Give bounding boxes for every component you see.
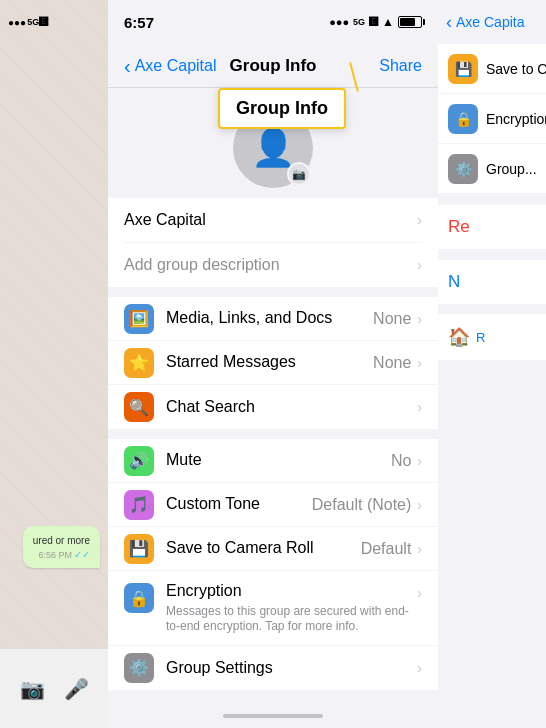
- group-description-text: Add group description: [124, 256, 280, 274]
- search-label: Chat Search: [166, 397, 417, 418]
- encryption-icon-glyph: 🔒: [129, 589, 149, 608]
- status-icons: ●●● 5G 🅴 ▲: [329, 15, 422, 29]
- battery-indicator: [398, 16, 422, 28]
- group-settings-icon-glyph: ⚙️: [129, 658, 149, 677]
- right-encryption-content: Encryption end encr...: [486, 110, 546, 128]
- right-group-settings-item[interactable]: ⚙️ Group...: [438, 144, 546, 194]
- starred-value: None: [373, 354, 411, 372]
- bottom-right-text: R: [476, 330, 485, 345]
- encryption-content: Encryption Messages to this group are se…: [166, 581, 417, 635]
- right-save-icon-glyph: 💾: [455, 61, 472, 77]
- camera-roll-content: Save to Camera Roll: [166, 538, 361, 559]
- encryption-chevron: ›: [417, 585, 422, 601]
- back-arrow-icon: ‹: [124, 56, 131, 76]
- right-group-settings-icon: ⚙️: [448, 154, 478, 184]
- red-action-section: Re: [438, 204, 546, 250]
- group-name-chevron: ›: [417, 212, 422, 228]
- blue-action-text[interactable]: N: [448, 272, 460, 291]
- mute-item[interactable]: 🔊 Mute No ›: [108, 439, 438, 483]
- right-encryption-label: Encryption: [486, 111, 546, 127]
- right-list-section: 💾 Save to Camera Roll 🔒 Encryption end e…: [438, 44, 546, 194]
- starred-item[interactable]: ⭐ Starred Messages None ›: [108, 341, 438, 385]
- right-save-camera-item[interactable]: 💾 Save to Camera Roll: [438, 44, 546, 94]
- status-bar: 6:57 ●●● 5G 🅴 ▲: [108, 0, 438, 44]
- nav-title: Group Info: [230, 56, 317, 76]
- right-save-icon: 💾: [448, 54, 478, 84]
- blue-action-section: N: [438, 260, 546, 304]
- home-indicator-bar: [223, 714, 323, 718]
- right-group-settings-label: Group...: [486, 161, 537, 177]
- camera-small-icon: 📷: [292, 168, 306, 181]
- group-settings-label: Group Settings: [166, 658, 417, 679]
- nav-bar: ‹ Axe Capital Group Info Share: [108, 44, 438, 88]
- camera-roll-icon: 💾: [124, 534, 154, 564]
- media-section: 🖼️ Media, Links, and Docs None › ⭐ Starr…: [108, 297, 438, 429]
- right-group-settings-icon-glyph: ⚙️: [455, 161, 472, 177]
- signal-left: ●●●: [8, 17, 26, 28]
- media-icon-glyph: 🖼️: [129, 309, 149, 328]
- home-indicator: [108, 704, 438, 728]
- bottom-bar-left: 📷 🎤: [0, 648, 108, 728]
- camera-badge[interactable]: 📷: [287, 162, 311, 186]
- right-status-bar: ‹ Axe Capita: [438, 0, 546, 44]
- media-value: None: [373, 310, 411, 328]
- group-description-item[interactable]: Add group description ›: [108, 243, 438, 287]
- right-save-label: Save to Camera Roll: [486, 61, 546, 77]
- mute-icon: 🔊: [124, 446, 154, 476]
- mute-value: No: [391, 452, 411, 470]
- share-button[interactable]: Share: [379, 57, 422, 75]
- group-info-section: Axe Capital › Add group description ›: [108, 198, 438, 287]
- group-settings-icon: ⚙️: [124, 653, 154, 683]
- search-chevron: ›: [417, 399, 422, 415]
- media-item[interactable]: 🖼️ Media, Links, and Docs None ›: [108, 297, 438, 341]
- search-content: Chat Search: [166, 397, 417, 418]
- camera-roll-label: Save to Camera Roll: [166, 538, 361, 559]
- right-back-arrow-icon: ‹: [446, 12, 452, 33]
- network-badge: 🅴: [369, 17, 378, 27]
- encryption-sublabel: Messages to this group are secured with …: [166, 604, 417, 635]
- media-chevron: ›: [417, 311, 422, 327]
- chat-message-text: ured or more: [33, 534, 90, 547]
- camera-roll-item[interactable]: 💾 Save to Camera Roll Default ›: [108, 527, 438, 571]
- search-icon: 🔍: [124, 392, 154, 422]
- chat-time: 6:56 PM ✓✓: [33, 549, 90, 560]
- annotation-box: Group Info: [218, 88, 346, 129]
- annotation-text: Group Info: [236, 98, 328, 118]
- media-label: Media, Links, and Docs: [166, 308, 373, 329]
- camera-roll-value: Default: [361, 540, 412, 558]
- starred-label: Starred Messages: [166, 352, 373, 373]
- group-settings-chevron: ›: [417, 660, 422, 676]
- notifications-section: 🔊 Mute No › 🎵 Custom Tone Default (Note)…: [108, 439, 438, 690]
- group-settings-content: Group Settings: [166, 658, 417, 679]
- avatar-icon: 👤: [251, 127, 296, 169]
- tone-label: Custom Tone: [166, 494, 312, 515]
- encryption-item[interactable]: 🔒 Encryption Messages to this group are …: [108, 571, 438, 646]
- content-area: 👤 📷 Axe Capital › Add group description …: [108, 88, 438, 704]
- camera-icon-bottom[interactable]: 📷: [20, 677, 45, 701]
- status-time: 6:57: [124, 14, 154, 31]
- mic-icon-bottom[interactable]: 🎤: [64, 677, 89, 701]
- back-button[interactable]: ‹ Axe Capital: [124, 56, 217, 76]
- group-settings-item[interactable]: ⚙️ Group Settings ›: [108, 646, 438, 690]
- status-bar-left: ●●● 5G🅴: [0, 0, 108, 44]
- tone-item[interactable]: 🎵 Custom Tone Default (Note) ›: [108, 483, 438, 527]
- network-type: 5G: [353, 17, 365, 27]
- tone-value: Default (Note): [312, 496, 412, 514]
- bottom-right-icon: 🏠: [448, 326, 470, 348]
- mute-icon-glyph: 🔊: [129, 451, 149, 470]
- search-item[interactable]: 🔍 Chat Search ›: [108, 385, 438, 429]
- media-icon: 🖼️: [124, 304, 154, 334]
- group-name-item[interactable]: Axe Capital ›: [108, 198, 438, 242]
- wifi-icon: ▲: [382, 15, 394, 29]
- starred-content: Starred Messages: [166, 352, 373, 373]
- camera-roll-chevron: ›: [417, 541, 422, 557]
- mute-label: Mute: [166, 450, 391, 471]
- red-action-button[interactable]: Re: [448, 217, 470, 236]
- signal-indicator: ●●●: [329, 16, 349, 28]
- starred-icon: ⭐: [124, 348, 154, 378]
- main-panel: 6:57 ●●● 5G 🅴 ▲ ‹ Axe Capital Group Info…: [108, 0, 438, 728]
- right-encryption-item[interactable]: 🔒 Encryption end encr...: [438, 94, 546, 144]
- media-content: Media, Links, and Docs: [166, 308, 373, 329]
- camera-roll-icon-glyph: 💾: [129, 539, 149, 558]
- read-receipt: ✓✓: [74, 549, 90, 560]
